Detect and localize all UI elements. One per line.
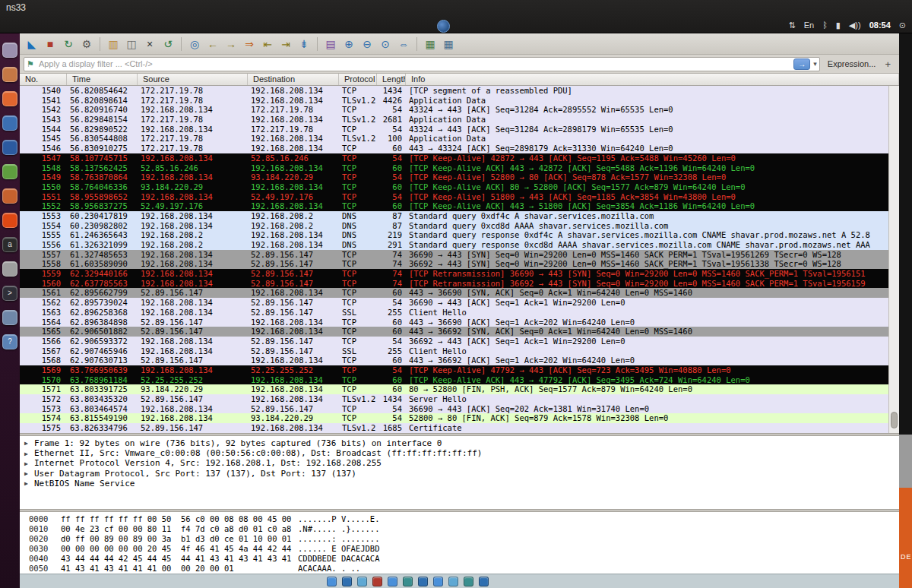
hex-row[interactable]: 004043 44 44 44 42 45 44 45 44 41 43 41 … — [20, 554, 899, 564]
packet-row[interactable]: 157563.82633479652.89.156.147192.168.208… — [20, 423, 888, 433]
column-header-info[interactable]: Info — [406, 74, 899, 85]
launcher-icon-impress[interactable] — [2, 188, 17, 204]
packet-row[interactable]: 155661.326321099192.168.208.2192.168.208… — [20, 240, 888, 250]
go-to-packet-icon[interactable]: ⇒ — [241, 36, 258, 52]
zoom-out-icon[interactable]: ⊖ — [359, 36, 375, 52]
packet-row[interactable]: 154656.830910275172.217.19.78192.168.208… — [20, 144, 888, 153]
dock-icon-6[interactable] — [403, 577, 413, 586]
detail-row-netbios[interactable]: ▶NetBIOS Name Service — [20, 479, 899, 488]
packet-row[interactable]: 155861.603589090192.168.208.13452.89.156… — [20, 259, 888, 269]
dock-icon-7[interactable] — [418, 577, 428, 586]
go-back-icon[interactable]: ← — [204, 36, 221, 52]
launcher-icon-amazon[interactable]: a — [2, 237, 17, 252]
expander-icon[interactable]: ▶ — [24, 438, 34, 448]
column-header-time[interactable]: Time — [67, 74, 138, 85]
expression-button[interactable]: Expression... — [825, 59, 879, 68]
launcher-icon-dash[interactable] — [2, 43, 17, 58]
packet-row[interactable]: 155058.76404633693.184.220.29192.168.208… — [20, 182, 888, 192]
packet-row[interactable]: 156262.895739024192.168.208.13452.89.156… — [20, 298, 888, 308]
launcher-icon-files[interactable] — [2, 67, 17, 82]
hex-row[interactable]: 003000 00 00 00 00 00 20 45 4f 46 41 45 … — [20, 544, 899, 554]
packet-row[interactable]: 154056.820854642172.217.19.78192.168.208… — [20, 86, 888, 96]
expander-icon[interactable]: ▶ — [24, 469, 34, 479]
packet-row[interactable]: 154456.829890522192.168.208.134172.217.1… — [20, 125, 888, 134]
volume-icon[interactable]: ◀)) — [849, 19, 861, 31]
detail-row-frame[interactable]: ▶Frame 1: 92 bytes on wire (736 bits), 9… — [20, 438, 899, 448]
column-header-source[interactable]: Source — [138, 74, 248, 85]
dock-icon-5[interactable] — [388, 577, 397, 586]
colorize-icon[interactable]: ▤ — [322, 36, 339, 52]
packet-row[interactable]: 156362.896258368192.168.208.13452.89.156… — [20, 308, 888, 318]
capture-filters-icon[interactable]: ▦ — [422, 36, 439, 52]
bluetooth-icon[interactable]: ᛒ — [822, 19, 828, 31]
capture-options-icon[interactable]: ⚙ — [78, 36, 95, 52]
packet-row[interactable]: 157163.80339172593.184.220.29192.168.208… — [20, 384, 888, 394]
display-filter-input[interactable] — [37, 58, 790, 69]
hex-row[interactable]: 001000 4e 23 cf 00 00 80 11 f4 7d c0 a8 … — [20, 524, 899, 534]
dock-icon-8[interactable] — [433, 577, 443, 586]
launcher-icon-calc[interactable] — [2, 164, 17, 179]
column-header-destination[interactable]: Destination — [248, 74, 339, 85]
column-header-length[interactable]: Length — [377, 74, 406, 85]
dock-icon-11[interactable] — [479, 577, 489, 586]
dock-icon-2[interactable] — [342, 577, 352, 586]
hex-row[interactable]: 0000ff ff ff ff ff ff 00 50 56 c0 00 08 … — [20, 514, 899, 524]
save-capture-icon[interactable]: ◫ — [123, 36, 140, 52]
scrollbar-thumb[interactable] — [891, 412, 898, 428]
packet-row[interactable]: 156562.90650188252.89.156.147192.168.208… — [20, 327, 888, 337]
packet-row[interactable]: 156162.89566279952.89.156.147192.168.208… — [20, 288, 888, 298]
packet-row[interactable]: 157263.80343532052.89.156.147192.168.208… — [20, 394, 888, 404]
launcher-icon-software[interactable] — [2, 213, 17, 228]
apply-filter-button[interactable]: → — [793, 58, 810, 70]
packet-list-scrollbar[interactable] — [888, 86, 899, 433]
packet-row[interactable]: 155962.329440166192.168.208.13452.89.156… — [20, 269, 888, 279]
power-icon[interactable]: ⊙ — [899, 19, 906, 31]
packet-row[interactable]: 154758.107745715192.168.208.13452.85.16.… — [20, 153, 888, 163]
stop-capture-icon[interactable]: ■ — [42, 36, 59, 52]
filter-dropdown-icon[interactable]: ▾ — [813, 60, 817, 68]
expander-icon[interactable]: ▶ — [24, 449, 34, 459]
filter-bookmark-icon[interactable]: ⚑ — [27, 59, 34, 69]
packet-row[interactable]: 154256.820916740192.168.208.134172.217.1… — [20, 105, 888, 115]
launcher-icon-terminal[interactable]: > — [2, 286, 17, 301]
expander-icon[interactable]: ▶ — [24, 459, 34, 469]
go-forward-icon[interactable]: → — [223, 36, 239, 52]
detail-row-udp[interactable]: ▶User Datagram Protocol, Src Port: 137 (… — [20, 469, 899, 479]
launcher-icon-firefox[interactable] — [2, 91, 17, 106]
dock-icon-3[interactable] — [357, 577, 367, 586]
packet-row[interactable]: 157363.803464574192.168.208.13452.89.156… — [20, 404, 888, 414]
dock-icon-4[interactable] — [372, 577, 382, 586]
start-capture-icon[interactable]: ◣ — [24, 36, 40, 52]
launcher-icon-settings[interactable] — [2, 261, 17, 277]
packet-row[interactable]: 155258.95683727552.49.197.176192.168.208… — [20, 201, 888, 211]
dock-icon-1[interactable] — [327, 577, 337, 586]
display-filters-icon[interactable]: ▦ — [440, 36, 457, 52]
packet-row[interactable]: 154156.820898614172.217.19.78192.168.208… — [20, 96, 888, 106]
network-indicator-icon[interactable]: ⇅ — [788, 19, 795, 31]
packet-row[interactable]: 157463.815549190192.168.208.13493.184.22… — [20, 413, 888, 423]
add-filter-button[interactable]: + — [883, 58, 895, 70]
zoom-in-icon[interactable]: ⊕ — [340, 36, 357, 52]
packet-row[interactable]: 154958.763870864192.168.208.13493.184.22… — [20, 172, 888, 182]
packet-row[interactable]: 154858.13756242552.85.16.246192.168.208.… — [20, 163, 888, 173]
packet-row[interactable]: 156862.90763071352.89.156.147192.168.208… — [20, 356, 888, 365]
detail-row-ip[interactable]: ▶Internet Protocol Version 4, Src: 192.1… — [20, 458, 899, 468]
dock-icon-9[interactable] — [448, 577, 458, 586]
packet-row[interactable]: 156062.637785563192.168.208.13452.89.156… — [20, 279, 888, 289]
go-last-icon[interactable]: ⇥ — [277, 36, 294, 52]
resize-columns-icon[interactable]: ⇔ — [395, 36, 412, 52]
packet-row[interactable]: 154556.830544808172.217.19.78192.168.208… — [20, 134, 888, 144]
packet-row[interactable]: 155158.955898652192.168.208.13452.49.197… — [20, 192, 888, 202]
wireshark-app-icon[interactable] — [437, 20, 450, 33]
clock[interactable]: 08:54 — [869, 19, 891, 31]
expander-icon[interactable]: ▶ — [24, 479, 34, 488]
go-first-icon[interactable]: ⇤ — [259, 36, 276, 52]
launcher-icon-writer[interactable] — [2, 140, 17, 155]
launcher-icon-browser[interactable] — [2, 115, 17, 131]
packet-row[interactable]: 155460.230982802192.168.208.134192.168.2… — [20, 221, 888, 231]
dock-icon-10[interactable] — [464, 577, 473, 586]
find-packet-icon[interactable]: ◎ — [186, 36, 203, 52]
packet-row[interactable]: 155360.230417819192.168.208.134192.168.2… — [20, 211, 888, 221]
packet-row[interactable]: 156462.89638489852.89.156.147192.168.208… — [20, 318, 888, 327]
launcher-icon-editor[interactable] — [2, 310, 17, 325]
